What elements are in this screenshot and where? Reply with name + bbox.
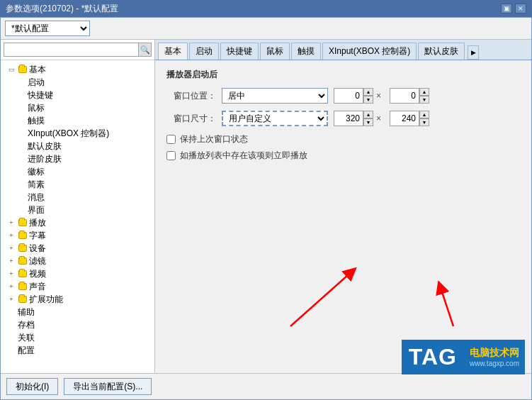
tree-label: 设备 [29, 243, 46, 255]
tab-mouse[interactable]: 鼠标 [260, 43, 290, 60]
search-input[interactable] [4, 43, 139, 57]
tree-item-start[interactable]: 启动 [1, 76, 154, 89]
spacer [6, 345, 16, 355]
pos-x-down[interactable]: ▼ [363, 96, 373, 104]
tree-item-mouse[interactable]: 鼠标 [1, 101, 154, 114]
tab-label: 基本 [164, 46, 181, 56]
tree-item-audio[interactable]: + 声音 [1, 280, 154, 293]
profile-select[interactable]: *默认配置 [5, 21, 90, 36]
tree-item-interface[interactable]: 界面 [1, 204, 154, 216]
tree-item-touch[interactable]: 触摸 [1, 114, 154, 127]
spacer [6, 333, 16, 343]
tree-label: 配置 [18, 345, 35, 357]
checkbox-keep-state[interactable] [166, 135, 176, 144]
size-h-spinner: ▲ ▼ [390, 111, 429, 126]
times-sign-1: × [376, 91, 381, 101]
tree-item-config[interactable]: 配置 [1, 344, 154, 357]
title-bar: 参数选项(210702) - *默认配置 ▣ ✕ [0, 0, 532, 17]
tree-item-simple[interactable]: 简素 [1, 178, 154, 191]
size-h-down[interactable]: ▼ [419, 118, 429, 126]
search-icon[interactable]: 🔍 [139, 43, 152, 57]
size-w-spinner: ▲ ▼ [334, 111, 373, 126]
tree-item-skin[interactable]: 默认皮肤 [1, 140, 154, 152]
tree-item-filter[interactable]: + 滤镜 [1, 255, 154, 267]
tree-item-hotkeys[interactable]: 快捷键 [1, 89, 154, 101]
expand-icon: + [6, 269, 16, 279]
tree-item-advance-skin[interactable]: 进阶皮肤 [1, 152, 154, 165]
spacer [6, 307, 16, 317]
tree-item-xinput[interactable]: XInput(XBOX 控制器) [1, 127, 154, 140]
tree-item-message[interactable]: 消息 [1, 191, 154, 204]
bottom-bar: 初始化(I) 导出当前配置(S)... [1, 373, 531, 399]
expand-icon: + [6, 230, 16, 240]
tab-touch[interactable]: 触摸 [291, 43, 321, 60]
tree-label: 滤镜 [29, 255, 46, 267]
tab-start[interactable]: 启动 [189, 43, 219, 60]
spacer [16, 90, 26, 100]
tree-label: 字幕 [29, 230, 46, 242]
tree-label: 简素 [28, 179, 45, 191]
tree-label: 播放 [29, 217, 46, 229]
tree-label: 存档 [18, 319, 35, 331]
tab-nav-next[interactable]: ▶ [468, 45, 479, 60]
folder-icon [18, 230, 28, 240]
size-w-spinbtns: ▲ ▼ [363, 111, 373, 126]
checkbox-play-if-in-playlist-row: 如播放列表中存在该项则立即播放 [166, 150, 520, 162]
tree-item-assist[interactable]: 辅助 [1, 306, 154, 318]
export-button[interactable]: 导出当前配置(S)... [64, 378, 152, 395]
window-position-select[interactable]: 居中 [222, 88, 328, 104]
tab-hotkeys[interactable]: 快捷键 [220, 43, 259, 60]
tree-item-basic[interactable]: ▭ 基本 [1, 63, 154, 76]
search-bar: 🔍 [1, 40, 154, 60]
size-h-input[interactable] [390, 111, 419, 126]
tree-item-subtitle[interactable]: + 字幕 [1, 229, 154, 242]
window-size-select[interactable]: 用户自定义 [222, 111, 328, 126]
tree-item-play[interactable]: + 播放 [1, 216, 154, 229]
folder-icon [18, 243, 28, 253]
pos-x-input[interactable] [334, 88, 363, 104]
tree-item-extension[interactable]: + 扩展功能 [1, 293, 154, 306]
profile-bar: *默认配置 [1, 18, 531, 40]
pos-y-input[interactable] [390, 88, 419, 104]
tab-skin[interactable]: 默认皮肤 [418, 43, 465, 60]
tree-item-badge[interactable]: 徽标 [1, 165, 154, 178]
watermark-title: 电脑技术网 [470, 347, 519, 360]
tree-label: 进阶皮肤 [28, 153, 62, 165]
window-position-row: 窗口位置： 居中 ▲ ▼ × ▲ [166, 88, 520, 104]
size-w-input[interactable] [334, 111, 363, 126]
folder-icon [18, 256, 28, 266]
tree-label: 声音 [29, 281, 46, 293]
tree-item-video[interactable]: + 视频 [1, 267, 154, 280]
pos-x-up[interactable]: ▲ [363, 88, 373, 96]
expand-icon: + [6, 294, 16, 304]
size-w-down[interactable]: ▼ [363, 118, 373, 126]
tree-item-association[interactable]: 关联 [1, 331, 154, 344]
tree-label: 视频 [29, 268, 46, 280]
tab-label: 快捷键 [227, 46, 252, 56]
tab-xinput[interactable]: XInput(XBOX 控制器) [322, 43, 417, 60]
tree-label: 启动 [28, 77, 45, 89]
size-h-up[interactable]: ▲ [419, 111, 429, 118]
tabs-bar: 基本 启动 快捷键 鼠标 触摸 XInput(XBOX 控制器) [155, 40, 531, 60]
pos-y-spinbtns: ▲ ▼ [419, 88, 429, 104]
init-button[interactable]: 初始化(I) [6, 378, 58, 395]
tab-label: 鼠标 [266, 46, 283, 56]
tree-label: 消息 [28, 191, 45, 204]
pos-y-up[interactable]: ▲ [419, 88, 429, 96]
checkbox-play-if-in-playlist[interactable] [166, 151, 176, 160]
title-text: 参数选项(210702) - *默认配置 [6, 3, 118, 15]
close-button[interactable]: ✕ [515, 4, 526, 13]
spacer [16, 77, 26, 87]
tree-item-archive[interactable]: 存档 [1, 318, 154, 331]
spacer [16, 116, 26, 126]
tree-label: 徽标 [28, 166, 45, 178]
spacer [16, 141, 26, 151]
size-w-up[interactable]: ▲ [363, 111, 373, 118]
tab-basic[interactable]: 基本 [158, 43, 188, 60]
spacer [16, 128, 26, 138]
spacer [16, 205, 26, 215]
pos-y-down[interactable]: ▼ [419, 96, 429, 104]
tree-item-device[interactable]: + 设备 [1, 242, 154, 255]
pin-button[interactable]: ▣ [501, 4, 512, 13]
right-panel: 基本 启动 快捷键 鼠标 触摸 XInput(XBOX 控制器) [155, 40, 531, 373]
